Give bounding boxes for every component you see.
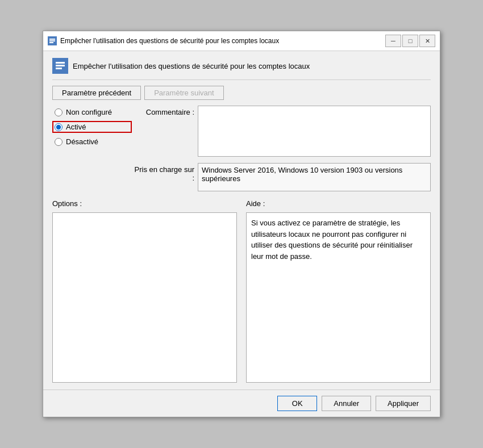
right-panel: Commentaire : Pris en charge sur : Windo… [132, 106, 431, 191]
title-bar: Empêcher l'utilisation des questions de … [43, 31, 440, 51]
help-box: Si vous activez ce paramètre de stratégi… [246, 212, 431, 383]
apply-button[interactable]: Appliquer [376, 396, 431, 411]
header-section: Empêcher l'utilisation des questions de … [52, 58, 431, 80]
title-bar-icon [48, 36, 57, 45]
nav-buttons: Paramètre précédent Paramètre suivant [52, 86, 431, 100]
radio-non-configure-input[interactable] [55, 108, 63, 116]
options-panel: Options : [52, 199, 237, 383]
svg-rect-1 [49, 39, 55, 40]
radio-desactive-label: Désactivé [66, 137, 98, 146]
prev-button[interactable]: Paramètre précédent [52, 86, 141, 100]
svg-rect-7 [56, 68, 62, 69]
dialog-window: Empêcher l'utilisation des questions de … [43, 31, 440, 417]
main-section: Non configuré Activé Désactivé Commentai… [52, 106, 431, 191]
options-box [52, 212, 237, 383]
commentaire-label: Commentaire : [132, 106, 194, 116]
supported-label: Pris en charge sur : [132, 163, 194, 182]
commentaire-content [198, 106, 431, 158]
svg-rect-3 [49, 42, 53, 43]
bottom-section: Options : Aide : Si vous activez ce para… [52, 199, 431, 383]
radio-active-label: Activé [66, 123, 86, 131]
minimize-button[interactable]: ─ [385, 35, 401, 47]
help-text: Si vous activez ce paramètre de stratégi… [251, 219, 413, 261]
cancel-button[interactable]: Annuler [322, 396, 371, 411]
title-bar-controls: ─ □ ✕ [385, 35, 435, 47]
radio-desactive[interactable]: Désactivé [52, 136, 132, 147]
dialog-footer: OK Annuler Appliquer [43, 390, 440, 417]
next-button[interactable]: Paramètre suivant [144, 86, 224, 100]
dialog-content: Empêcher l'utilisation des questions de … [43, 51, 440, 390]
help-panel: Aide : Si vous activez ce paramètre de s… [246, 199, 431, 383]
supported-row: Pris en charge sur : Windows Server 2016… [132, 163, 431, 191]
supported-text: Windows Server 2016, Windows 10 version … [202, 166, 427, 189]
left-panel: Non configuré Activé Désactivé [52, 106, 132, 191]
svg-rect-6 [56, 65, 65, 66]
help-title: Aide : [246, 199, 431, 208]
radio-active-input[interactable] [55, 123, 63, 131]
commentaire-textarea[interactable] [198, 106, 431, 157]
svg-rect-2 [49, 40, 55, 41]
maximize-button[interactable]: □ [402, 35, 418, 47]
close-button[interactable]: ✕ [419, 35, 435, 47]
commentaire-row: Commentaire : [132, 106, 431, 158]
ok-button[interactable]: OK [277, 396, 317, 411]
radio-active[interactable]: Activé [52, 121, 132, 133]
title-bar-text: Empêcher l'utilisation des questions de … [60, 37, 382, 45]
supported-box: Windows Server 2016, Windows 10 version … [198, 163, 431, 191]
options-title: Options : [52, 199, 237, 208]
svg-rect-5 [56, 62, 65, 64]
supported-content: Windows Server 2016, Windows 10 version … [198, 163, 431, 191]
radio-desactive-input[interactable] [55, 138, 63, 146]
header-title: Empêcher l'utilisation des questions de … [73, 62, 310, 70]
header-icon [52, 58, 68, 74]
radio-non-configure[interactable]: Non configuré [52, 107, 132, 118]
radio-non-configure-label: Non configuré [66, 108, 112, 116]
